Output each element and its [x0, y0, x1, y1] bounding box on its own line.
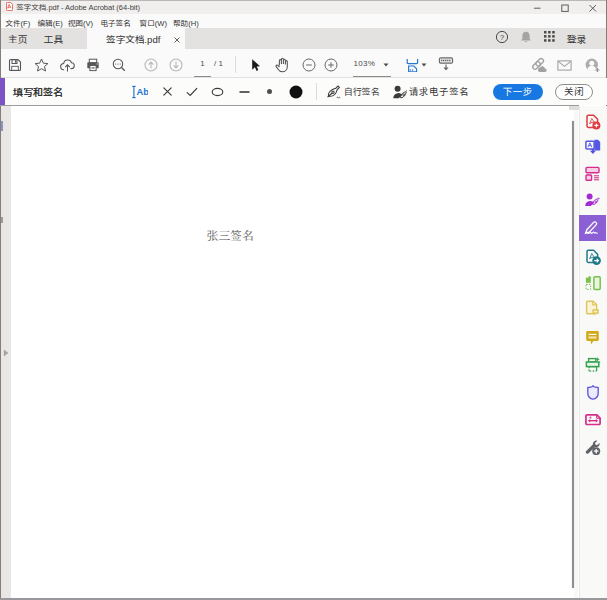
svg-text:?: ?	[500, 32, 505, 41]
svg-text:Ab: Ab	[137, 86, 148, 97]
